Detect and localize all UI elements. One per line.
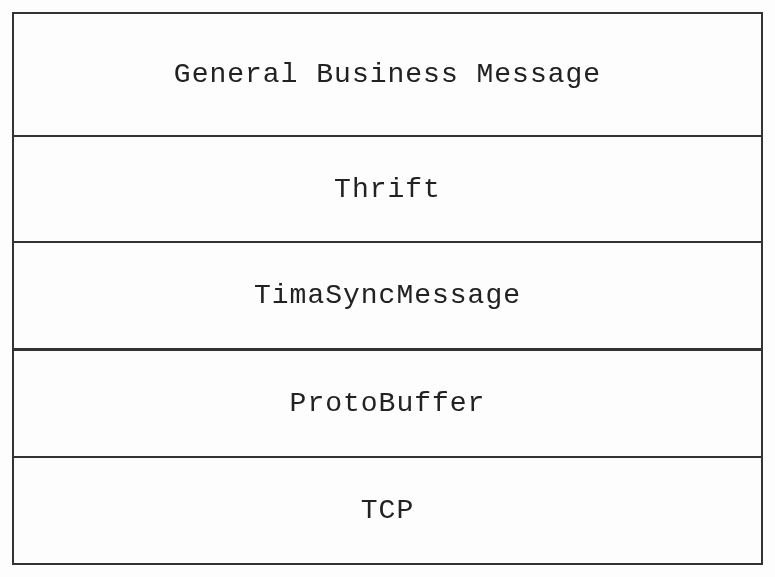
layer-tcp: TCP [14,458,761,563]
layer-protobuffer: ProtoBuffer [14,351,761,458]
layer-general-business-message: General Business Message [14,14,761,137]
layer-label: ProtoBuffer [290,388,486,419]
layer-label: Thrift [334,174,441,205]
layer-label: TimaSyncMessage [254,280,521,311]
protocol-stack-diagram: General Business Message Thrift TimaSync… [12,12,763,565]
layer-thrift: Thrift [14,137,761,244]
layer-label: General Business Message [174,59,601,90]
layer-timasyncmessage: TimaSyncMessage [14,243,761,351]
layer-label: TCP [361,495,414,526]
